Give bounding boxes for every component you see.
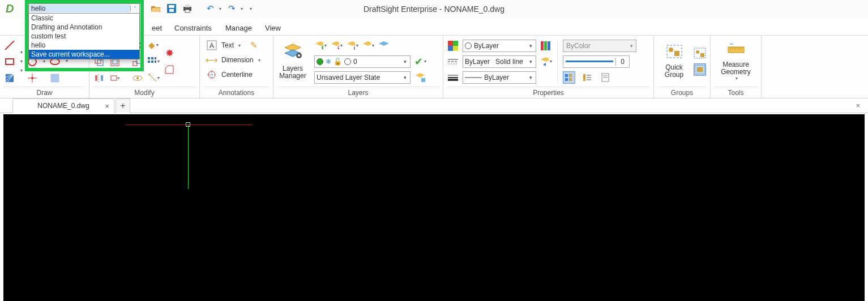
svg-rect-46: [541, 41, 544, 50]
svg-line-6: [5, 41, 14, 50]
tabs-close-icon[interactable]: ×: [856, 101, 860, 110]
layer-match-tool[interactable]: ✔▾: [414, 55, 426, 68]
plotstyle-dropdown[interactable]: ByColor ▾: [563, 40, 636, 52]
match-properties-tool[interactable]: [540, 40, 552, 52]
cursor-pickbox: [186, 122, 190, 127]
linestyle-dropdown[interactable]: ByLayer Solid line ▾: [463, 55, 536, 68]
quick-group-label: Quick Group: [665, 64, 683, 79]
region-tool[interactable]: [49, 72, 61, 84]
list-view-active[interactable]: [563, 71, 575, 84]
chevron-down-icon[interactable]: ▾: [258, 58, 260, 63]
qat-customize[interactable]: ▾: [250, 6, 252, 11]
rectangle-tool[interactable]: [3, 55, 16, 68]
layer-isolate-tool[interactable]: ▾: [362, 40, 374, 52]
group-edit-tool[interactable]: [694, 47, 706, 59]
active-layer-dropdown[interactable]: ❄ 🔓 0 ▾: [314, 55, 411, 68]
layer-unlock-icon: 🔓: [333, 58, 342, 66]
undo-dropdown[interactable]: ▾: [219, 6, 221, 11]
menu-sheet[interactable]: eet: [152, 24, 162, 32]
svg-rect-59: [569, 78, 572, 81]
svg-rect-41: [421, 78, 425, 82]
layer-off-tool[interactable]: ▾: [330, 40, 343, 52]
svg-rect-26: [155, 57, 156, 59]
menu-view[interactable]: View: [265, 24, 281, 32]
redo-button[interactable]: ↷: [226, 3, 237, 14]
svg-rect-69: [674, 51, 679, 56]
layer-state-manager[interactable]: [414, 71, 426, 84]
rotate3d-tool[interactable]: [131, 72, 144, 84]
menu-constraints[interactable]: Constraints: [174, 24, 212, 32]
panel-title-draw: Draw: [3, 87, 85, 98]
chevron-down-icon: ˇ: [130, 6, 139, 11]
explode-tool[interactable]: ✸: [163, 47, 176, 59]
active-layer-name: 0: [353, 58, 357, 66]
chevron-down-icon[interactable]: ▾: [20, 68, 23, 73]
array-tool[interactable]: ▾: [147, 55, 160, 68]
workspace-item-hello[interactable]: hello: [29, 41, 139, 50]
color-picker-icon[interactable]: [447, 40, 459, 52]
chevron-down-icon[interactable]: ▾: [43, 59, 45, 64]
chevron-down-icon[interactable]: ▾: [238, 43, 241, 48]
multileader-tool[interactable]: ✎: [247, 39, 260, 51]
fillet-tool[interactable]: ◆▾: [147, 39, 160, 51]
chevron-down-icon[interactable]: ▾: [43, 68, 45, 73]
layers-manager-label: Layers Manager: [279, 65, 306, 80]
undo-button[interactable]: ↶: [204, 3, 216, 14]
chevron-down-icon[interactable]: ▾: [736, 76, 738, 81]
layer-state-dropdown[interactable]: Unsaved Layer State ▾: [314, 71, 411, 84]
svg-rect-24: [148, 57, 150, 59]
group-select-tool[interactable]: [694, 63, 706, 76]
dimension-icon: ⟷: [206, 54, 218, 66]
quick-group-button[interactable]: Quick Group: [659, 44, 690, 79]
svg-rect-47: [544, 41, 547, 50]
panel-title-annotations: Annotations: [203, 87, 270, 98]
align-tool[interactable]: ▾: [147, 72, 160, 84]
line-tool[interactable]: [3, 39, 16, 51]
workspace-item-save[interactable]: Save current workspace...: [29, 50, 139, 59]
chamfer-tool[interactable]: [163, 63, 176, 76]
list-view-compact[interactable]: [581, 71, 593, 84]
chevron-down-icon[interactable]: ▾: [20, 59, 23, 64]
dimension-tool[interactable]: ⟷ Dimension ▾: [203, 53, 263, 67]
svg-rect-18: [113, 59, 117, 64]
color-swatch: [465, 42, 472, 49]
app-logo: D: [6, 2, 26, 17]
lineweight-dropdown[interactable]: ByLayer ▾: [463, 71, 536, 84]
document-tab-active[interactable]: NONAME_0.dwg ×: [12, 98, 114, 113]
list-view-detail[interactable]: [599, 71, 612, 84]
layers-manager-button[interactable]: Layers Manager: [277, 43, 309, 80]
open-button[interactable]: [150, 3, 161, 14]
svg-point-23: [136, 77, 139, 79]
color-dropdown[interactable]: ByLayer ▾: [463, 40, 536, 52]
svg-rect-29: [155, 61, 156, 63]
mirror-tool[interactable]: [93, 72, 105, 84]
workspace-item-drafting[interactable]: Drafting and Annotation: [29, 23, 139, 32]
save-button[interactable]: [166, 3, 177, 14]
centerline-tool[interactable]: Centerline: [203, 68, 255, 81]
dimension-label: Dimension: [221, 56, 254, 64]
measure-geometry-button[interactable]: Measure Geometry ▾: [720, 42, 752, 81]
menu-manage[interactable]: Manage: [225, 24, 252, 32]
layer-lock-tool[interactable]: ▾: [346, 40, 358, 52]
layer-freeze-tool[interactable]: ▾: [314, 40, 327, 52]
hatch-tool[interactable]: [3, 72, 16, 84]
svg-rect-7: [6, 59, 14, 64]
close-tab-icon[interactable]: ×: [105, 102, 109, 110]
workspace-item-classic[interactable]: Classic: [29, 14, 139, 23]
stretch-tool[interactable]: [109, 72, 121, 84]
point-tool[interactable]: [26, 72, 39, 84]
print-button[interactable]: [182, 3, 193, 14]
workspace-dropdown[interactable]: hello ˇ: [28, 3, 140, 14]
linetype-icon: [447, 55, 459, 68]
layer-walk-tool[interactable]: [378, 40, 390, 52]
svg-rect-57: [565, 78, 568, 81]
text-tool[interactable]: A Text ▾ ✎: [203, 38, 262, 52]
new-tab-button[interactable]: +: [116, 98, 130, 113]
svg-rect-74: [697, 67, 703, 72]
chevron-down-icon[interactable]: ▾: [20, 50, 23, 55]
thickness-input[interactable]: 0: [563, 55, 630, 68]
redo-dropdown[interactable]: ▾: [241, 6, 243, 11]
layer-previous-tool[interactable]: ▾: [540, 55, 552, 68]
drawing-canvas[interactable]: [3, 114, 865, 301]
workspace-item-custom[interactable]: custom test: [29, 32, 139, 41]
